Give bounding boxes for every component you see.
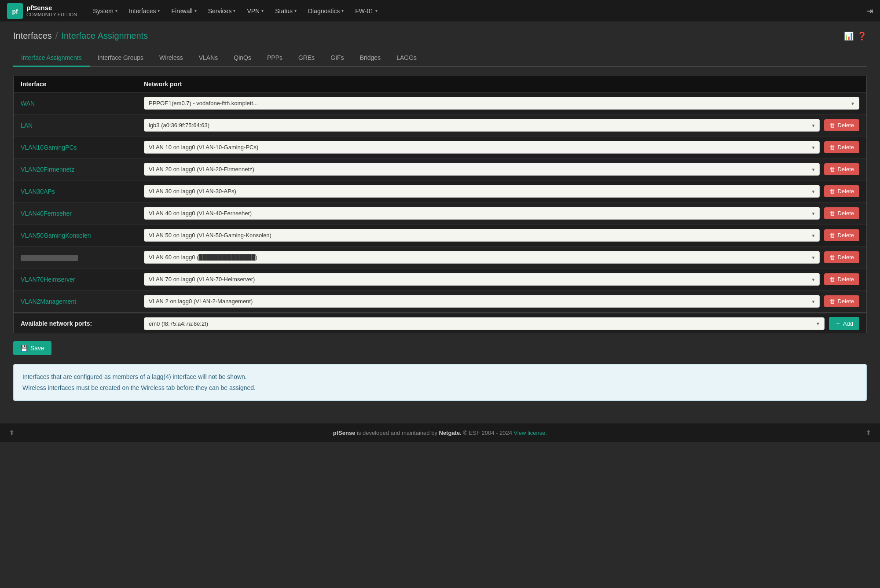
info-line1: Interfaces that are configured as member…	[22, 371, 858, 382]
trash-icon: 🗑	[829, 144, 835, 151]
port-select-vlan20-input[interactable]: VLAN 20 on lagg0 (VLAN-20-Firmennetz)	[144, 163, 820, 176]
port-select-vlan2: VLAN 2 on lagg0 (VLAN-2-Management)	[144, 295, 820, 308]
port-select-available-input[interactable]: em0 (f8:75:a4:7a:8e:2f)	[144, 317, 825, 330]
table-row: VLAN50GamingKonsolen VLAN 50 on lagg0 (V…	[14, 224, 866, 246]
port-select-vlan70-input[interactable]: VLAN 70 on lagg0 (VLAN-70-Heimserver)	[144, 273, 820, 286]
save-button[interactable]: 💾 Save	[13, 341, 51, 355]
trash-icon: 🗑	[829, 276, 835, 283]
delete-vlan60-button[interactable]: 🗑 Delete	[824, 251, 859, 263]
iface-wan[interactable]: WAN	[21, 100, 144, 107]
breadcrumb-parent[interactable]: Interfaces	[13, 31, 52, 41]
delete-vlan20-button[interactable]: 🗑 Delete	[824, 163, 859, 175]
table-row: WAN PPPOE1(em0.7) - vodafone-ftth.komple…	[14, 92, 866, 114]
port-select-lan-input[interactable]: igb3 (a0:36:9f:75:64:63)	[144, 119, 820, 132]
nav-fw01[interactable]: FW-01 ▾	[350, 4, 383, 18]
table-row: VLAN 60 on lagg0 (██████████████) 🗑 Dele…	[14, 246, 866, 268]
port-select-vlan10-input[interactable]: VLAN 10 on lagg0 (VLAN-10-Gaming-PCs)	[144, 141, 820, 154]
tab-ppps[interactable]: PPPs	[259, 50, 290, 67]
delete-vlan70-button[interactable]: 🗑 Delete	[824, 273, 859, 285]
port-select-vlan50-input[interactable]: VLAN 50 on lagg0 (VLAN-50-Gaming-Konsole…	[144, 229, 820, 242]
iface-vlan40[interactable]: VLAN40Fernseher	[21, 210, 144, 217]
footer-right-icon[interactable]: ⬆	[865, 429, 871, 437]
table-row: LAN igb3 (a0:36:9f:75:64:63) 🗑 Delete	[14, 114, 866, 136]
port-select-wan-input[interactable]: PPPOE1(em0.7) - vodafone-ftth.komplett..…	[144, 97, 859, 110]
iface-vlan10[interactable]: VLAN10GamingPCs	[21, 144, 144, 151]
iface-vlan50[interactable]: VLAN50GamingKonsolen	[21, 232, 144, 239]
tab-gifs[interactable]: GIFs	[323, 50, 352, 67]
iface-vlan2[interactable]: VLAN2Management	[21, 298, 144, 305]
brand-edition: COMMUNITY EDITION	[26, 12, 77, 17]
chevron-down-icon: ▾	[233, 8, 235, 13]
tab-wireless[interactable]: Wireless	[151, 50, 191, 67]
delete-lan-button[interactable]: 🗑 Delete	[824, 119, 859, 131]
table-row: VLAN20Firmennetz VLAN 20 on lagg0 (VLAN-…	[14, 158, 866, 180]
tab-interface-groups[interactable]: Interface Groups	[90, 50, 151, 67]
table-header: Interface Network port	[14, 76, 866, 92]
table-row: VLAN70Heimserver VLAN 70 on lagg0 (VLAN-…	[14, 268, 866, 290]
port-select-wan: PPPOE1(em0.7) - vodafone-ftth.komplett..…	[144, 97, 859, 110]
view-license-link[interactable]: View license.	[514, 430, 547, 436]
add-button[interactable]: ＋ Add	[829, 317, 859, 330]
chevron-down-icon: ▾	[115, 8, 117, 13]
port-select-vlan2-input[interactable]: VLAN 2 on lagg0 (VLAN-2-Management)	[144, 295, 820, 308]
iface-vlan60-redacted	[21, 254, 144, 261]
nav-status[interactable]: Status ▾	[270, 4, 302, 18]
tab-qinqs[interactable]: QinQs	[226, 50, 259, 67]
table-row: VLAN10GamingPCs VLAN 10 on lagg0 (VLAN-1…	[14, 136, 866, 158]
interface-table: Interface Network port WAN PPPOE1(em0.7)…	[13, 76, 867, 334]
nav-logout-icon[interactable]: ⇥	[866, 6, 873, 16]
footer-middle: is developed and maintained by	[357, 430, 439, 436]
brand-text: pfSense COMMUNITY EDITION	[26, 4, 77, 18]
save-section: 💾 Save	[13, 341, 867, 355]
chart-icon[interactable]: 📊	[844, 31, 854, 41]
delete-vlan2-button[interactable]: 🗑 Delete	[824, 295, 859, 307]
main-content: Interfaces / Interface Assignments 📊 ❓ I…	[0, 22, 880, 410]
iface-vlan30[interactable]: VLAN30APs	[21, 188, 144, 195]
col-interface: Interface	[21, 81, 144, 88]
tab-bridges[interactable]: Bridges	[352, 50, 389, 67]
iface-lan[interactable]: LAN	[21, 122, 144, 129]
tab-gres[interactable]: GREs	[290, 50, 323, 67]
port-select-vlan30-input[interactable]: VLAN 30 on lagg0 (VLAN-30-APs)	[144, 185, 820, 198]
nav-services[interactable]: Services ▾	[203, 4, 241, 18]
delete-vlan30-button[interactable]: 🗑 Delete	[824, 185, 859, 197]
iface-vlan70[interactable]: VLAN70Heimserver	[21, 276, 144, 283]
nav-system[interactable]: System ▾	[88, 4, 123, 18]
port-select-vlan40-input[interactable]: VLAN 40 on lagg0 (VLAN-40-Fernseher)	[144, 207, 820, 220]
port-select-vlan70: VLAN 70 on lagg0 (VLAN-70-Heimserver)	[144, 273, 820, 286]
tab-laggs[interactable]: LAGGs	[389, 50, 425, 67]
nav-diagnostics[interactable]: Diagnostics ▾	[303, 4, 349, 18]
trash-icon: 🗑	[829, 188, 835, 195]
tab-vlans[interactable]: VLANs	[191, 50, 226, 67]
page-header: Interfaces / Interface Assignments 📊 ❓	[13, 31, 867, 41]
port-select-vlan60-input[interactable]: VLAN 60 on lagg0 (██████████████)	[144, 251, 820, 264]
port-select-available: em0 (f8:75:a4:7a:8e:2f)	[144, 317, 825, 330]
nav-vpn[interactable]: VPN ▾	[242, 4, 269, 18]
redacted-name	[21, 255, 78, 261]
footer-copyright: © ESF 2004 - 2024	[463, 430, 513, 436]
delete-vlan50-button[interactable]: 🗑 Delete	[824, 229, 859, 241]
delete-vlan10-button[interactable]: 🗑 Delete	[824, 141, 859, 153]
footer-text: pfSense is developed and maintained by N…	[15, 430, 865, 436]
nav-interfaces[interactable]: Interfaces ▾	[124, 4, 165, 18]
iface-vlan20[interactable]: VLAN20Firmennetz	[21, 166, 144, 173]
help-icon[interactable]: ❓	[857, 31, 867, 41]
nav-firewall[interactable]: Firewall ▾	[166, 4, 202, 18]
port-select-vlan20: VLAN 20 on lagg0 (VLAN-20-Firmennetz)	[144, 163, 820, 176]
save-icon: 💾	[20, 345, 28, 352]
table-row: VLAN2Management VLAN 2 on lagg0 (VLAN-2-…	[14, 290, 866, 312]
footer-brand: pfSense	[333, 430, 356, 436]
chevron-down-icon: ▾	[158, 8, 160, 13]
plus-icon: ＋	[835, 320, 841, 327]
chevron-down-icon: ▾	[261, 8, 264, 13]
brand: pf pfSense COMMUNITY EDITION	[7, 3, 77, 19]
tab-interface-assignments[interactable]: Interface Assignments	[13, 50, 90, 67]
delete-vlan40-button[interactable]: 🗑 Delete	[824, 207, 859, 219]
footer-left-icon[interactable]: ⬆	[9, 429, 15, 437]
trash-icon: 🗑	[829, 210, 835, 217]
available-label: Available network ports:	[21, 320, 144, 327]
port-select-vlan50: VLAN 50 on lagg0 (VLAN-50-Gaming-Konsole…	[144, 229, 820, 242]
port-select-vlan30: VLAN 30 on lagg0 (VLAN-30-APs)	[144, 185, 820, 198]
page-header-icons: 📊 ❓	[844, 31, 867, 41]
port-select-vlan10: VLAN 10 on lagg0 (VLAN-10-Gaming-PCs)	[144, 141, 820, 154]
